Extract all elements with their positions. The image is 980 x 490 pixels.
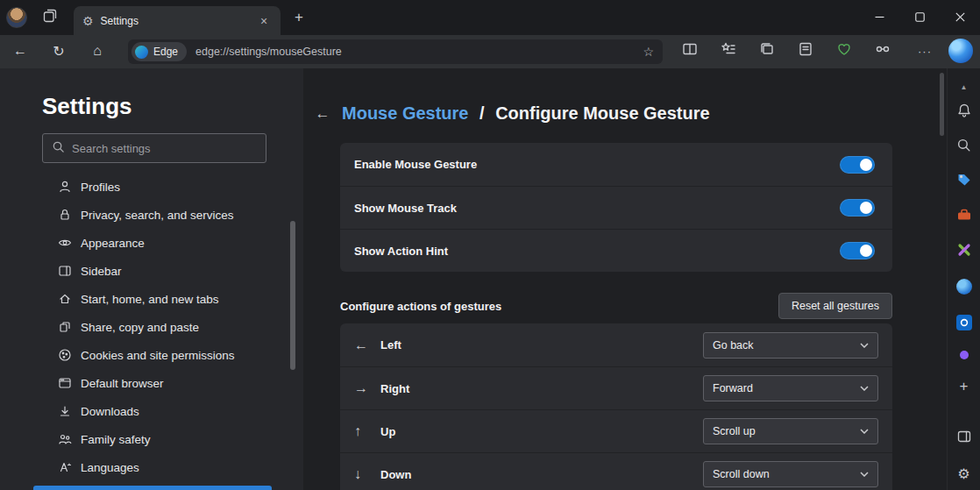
browser-window-icon [58, 376, 72, 390]
tab-title: Settings [101, 15, 256, 27]
right-action-value: Forward [713, 382, 753, 394]
browser-essentials-button[interactable] [831, 38, 857, 64]
linked-nodes-icon [875, 41, 891, 60]
drop-app-button[interactable] [955, 345, 974, 365]
gesture-right-label: Right [380, 382, 409, 395]
sidebar-settings-button[interactable]: ⚙ [955, 464, 974, 483]
sidebar-item-sidebar[interactable]: Sidebar [35, 257, 272, 285]
sidebar-item-privacy[interactable]: Privacy, search, and services [35, 201, 272, 229]
reading-list-icon [798, 41, 813, 60]
favorites-button[interactable] [715, 38, 742, 64]
main-scrollbar-thumb[interactable] [940, 73, 944, 136]
browser-titlebar: ⚙ Settings × + [0, 0, 980, 35]
show-mouse-track-toggle[interactable] [840, 199, 875, 217]
up-action-dropdown[interactable]: Scroll up [703, 418, 878, 444]
new-tab-button[interactable]: + [289, 8, 309, 27]
gesture-row-down: ↓ Down Scroll down [340, 452, 892, 490]
search-settings-input[interactable] [72, 142, 257, 155]
minimize-button[interactable] [859, 0, 899, 35]
outlook-button[interactable] [955, 313, 974, 332]
outlook-icon [956, 315, 972, 330]
sidebar-item-profiles[interactable]: Profiles [35, 173, 272, 201]
maximize-button[interactable] [899, 0, 940, 35]
copilot-button[interactable] [948, 39, 973, 63]
games-x-icon [956, 242, 972, 261]
down-action-dropdown[interactable]: Scroll down [703, 461, 878, 487]
reading-list-button[interactable] [792, 38, 819, 64]
back-button[interactable]: ← [7, 38, 33, 64]
gesture-section-header: Configure actions of gestures Reset all … [340, 293, 892, 319]
home-button[interactable]: ⌂ [84, 38, 110, 64]
up-action-value: Scroll up [713, 425, 756, 437]
workspaces-button[interactable] [40, 8, 60, 27]
sidebar-item-downloads[interactable]: Downloads [35, 397, 272, 425]
workspaces-nav-button[interactable] [870, 38, 896, 64]
rail-search-button[interactable] [955, 137, 974, 156]
right-action-dropdown[interactable]: Forward [703, 375, 878, 401]
browser-essentials-heart-icon [836, 41, 852, 60]
sphere-app-icon [956, 279, 972, 295]
sidebar-item-start-home-tabs[interactable]: Start, home, and new tabs [35, 285, 272, 313]
sidebar-item-languages[interactable]: Languages [35, 453, 272, 481]
profiles-icon [58, 180, 72, 194]
site-info-chip[interactable]: Edge [131, 42, 187, 61]
favorite-star-icon[interactable]: ☆ [643, 45, 654, 59]
sidebar-item-appearance[interactable]: Appearance [35, 229, 272, 257]
edge-chip-label: Edge [153, 46, 178, 58]
rail-scroll-up-button[interactable]: ▲ [955, 77, 974, 96]
left-action-dropdown[interactable]: Go back [703, 332, 878, 359]
settings-search-box[interactable] [42, 133, 266, 163]
address-bar[interactable]: Edge edge://settings/mouseGesture ☆ [128, 39, 663, 64]
minimize-icon [875, 10, 884, 25]
sidebar-scrollbar-thumb[interactable] [290, 221, 295, 370]
sidebar-item-cookies-permissions[interactable]: Cookies and site permissions [35, 341, 272, 369]
sphere-app-button[interactable] [955, 277, 974, 296]
url-text: edge://settings/mouseGesture [195, 46, 643, 58]
split-screen-button[interactable] [677, 38, 703, 64]
reset-all-gestures-button[interactable]: Reset all gestures [778, 293, 892, 319]
shopping-button[interactable] [955, 172, 974, 191]
notifications-button[interactable] [955, 103, 974, 122]
left-action-value: Go back [713, 339, 754, 352]
settings-and-more-button[interactable]: ··· [912, 38, 938, 64]
sidebar-item-share-copy-paste[interactable]: Share, copy and paste [35, 313, 272, 341]
collections-button[interactable] [754, 38, 780, 64]
show-action-hint-row: Show Action Hint [340, 229, 892, 272]
chevron-down-icon [860, 386, 869, 391]
browser-tab-settings[interactable]: ⚙ Settings × [74, 6, 281, 35]
gesture-row-up: ↑ Up Scroll up [340, 409, 892, 452]
home-small-icon [58, 292, 72, 306]
refresh-button[interactable]: ↻ [46, 38, 72, 64]
gesture-section-title: Configure actions of gestures [340, 300, 501, 313]
tools-button[interactable] [955, 207, 974, 226]
chevron-down-icon [860, 429, 869, 434]
purple-dot-icon [960, 351, 969, 359]
breadcrumb-back-button[interactable]: ← [310, 102, 335, 126]
chevron-down-icon [860, 343, 869, 348]
add-to-sidebar-button[interactable]: + [955, 377, 974, 396]
tab-close-icon[interactable]: × [256, 13, 272, 29]
eye-icon [58, 236, 72, 250]
right-arrow-icon: → [354, 380, 377, 396]
games-button[interactable] [955, 242, 974, 261]
close-window-button[interactable] [940, 0, 980, 35]
sidebar-item-default-browser[interactable]: Default browser [35, 369, 272, 397]
show-mouse-track-row: Show Mouse Track [340, 186, 892, 229]
up-arrow-icon: ↑ [354, 423, 377, 439]
sidebar-item-family-safety[interactable]: Family safety [35, 425, 272, 453]
bell-icon [956, 103, 972, 122]
sidebar-selected-item-partial[interactable] [33, 486, 272, 490]
profile-avatar[interactable] [6, 7, 27, 28]
edge-browser-window: { "colors": { "accent_blue": "#1176d1", … [0, 0, 980, 490]
enable-mouse-gesture-toggle[interactable] [840, 156, 875, 174]
settings-main-content: ← Mouse Gesture / Configure Mouse Gestur… [303, 68, 947, 490]
show-action-hint-toggle[interactable] [840, 242, 875, 259]
gesture-row-left: ← Left Go back [340, 323, 892, 366]
lock-icon [58, 208, 72, 222]
breadcrumb-link-mouse-gesture[interactable]: Mouse Gesture [342, 103, 468, 123]
enable-mouse-gesture-label: Enable Mouse Gesture [354, 158, 477, 171]
settings-sidebar: Settings Profiles Privacy, search, and s… [0, 68, 303, 490]
languages-icon [58, 460, 72, 474]
customize-sidebar-button[interactable] [955, 429, 974, 448]
search-icon [52, 140, 65, 157]
